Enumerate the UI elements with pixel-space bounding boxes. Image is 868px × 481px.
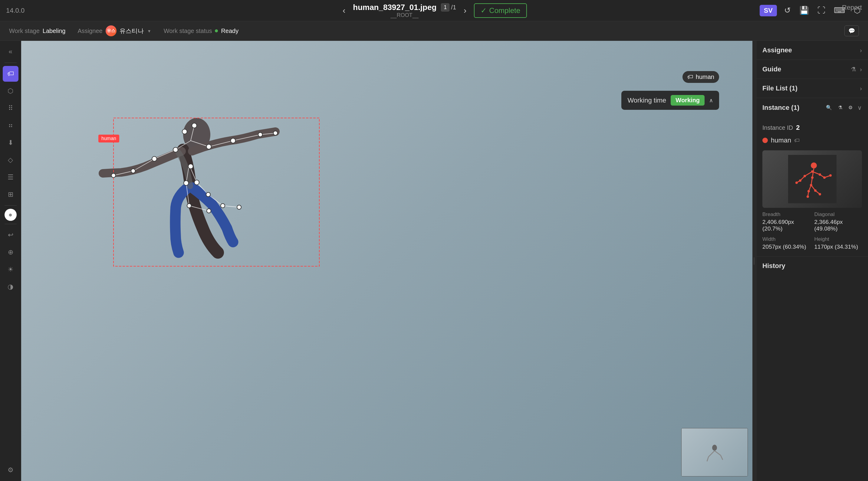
collapse-sidebar-button[interactable]: « (3, 44, 19, 60)
comment-button[interactable]: 💬 (844, 25, 859, 36)
expand-button[interactable]: ⛶ (816, 4, 827, 16)
file-list-header[interactable]: File List (1) › (756, 79, 868, 98)
width-value: 2057px (60.34%) (763, 244, 810, 250)
working-badge: Working (671, 95, 705, 105)
version-label: 14.0.0 (6, 7, 25, 14)
svg-point-33 (207, 209, 211, 213)
save-button[interactable]: 💾 (798, 4, 810, 16)
shape-tool-button[interactable]: ⬡ (3, 83, 19, 99)
work-stage-label: Work stage (9, 28, 40, 34)
svg-point-59 (799, 180, 801, 182)
assignee-item: Assignee 유스 유스티나 ▾ (78, 25, 151, 36)
svg-point-65 (807, 190, 810, 192)
instance-search-button[interactable]: 🔍 (825, 103, 833, 111)
svg-point-22 (152, 156, 157, 161)
diagonal-metric: Diagonal 2,366.46px (49.08%) (814, 212, 862, 232)
toggle-button[interactable]: ● (4, 209, 17, 221)
instance-label-on-image: human (98, 135, 119, 142)
file-list-title: File List (1) (763, 85, 798, 92)
svg-point-26 (112, 173, 116, 178)
svg-point-67 (807, 195, 809, 198)
assignee-header[interactable]: Assignee › (756, 41, 868, 60)
next-button[interactable]: › (462, 4, 468, 17)
instance-settings-button[interactable]: ⚙ (847, 103, 854, 111)
breadth-label: Breadth (763, 212, 810, 218)
refresh-button[interactable]: ↺ (783, 4, 792, 16)
svg-point-25 (258, 132, 262, 137)
canvas-area[interactable]: 🏷 human Working time Working ∧ human (21, 41, 752, 481)
svg-line-38 (715, 451, 721, 455)
assignee-chevron: › (860, 47, 862, 54)
svg-point-35 (237, 205, 241, 209)
mini-preview-inner (682, 428, 748, 476)
avatar-initials: 유스 (107, 28, 115, 34)
annotation-button[interactable]: ☰ (3, 169, 19, 185)
human-tag: 🏷 human (682, 71, 719, 83)
thumb-background (763, 150, 862, 208)
svg-line-37 (709, 451, 715, 457)
svg-point-30 (194, 180, 199, 185)
working-time-panel: Working time Working ∧ (621, 91, 719, 110)
complete-button[interactable]: ✓ Complete (474, 3, 527, 18)
sub-bar-right: 💬 (844, 25, 859, 36)
assignee-header-icons: › (860, 47, 862, 54)
instance-filter-button[interactable]: ⚗ (837, 103, 843, 111)
toolbar-divider-2 (4, 205, 17, 206)
metrics-grid: Breadth 2,406.690px (20.7%) Diagonal 2,3… (763, 212, 862, 250)
height-label: Height (814, 236, 862, 242)
file-info: human_83927_01.jpeg 1 /1 __ROOT__ (353, 3, 456, 19)
assignee-dropdown[interactable]: ▾ (147, 27, 152, 35)
prev-button[interactable]: ‹ (341, 4, 347, 17)
complete-label: Complete (489, 6, 520, 15)
breadth-metric: Breadth 2,406.690px (20.7%) (763, 212, 810, 232)
svg-point-34 (221, 203, 225, 208)
instance-chevron: ∨ (858, 104, 862, 111)
contrast-button[interactable]: ◑ (3, 279, 19, 295)
instance-id-value: 2 (796, 124, 800, 132)
label-tool-button[interactable]: 🏷 (3, 66, 19, 82)
point-tool-button[interactable]: ⠿ (3, 100, 19, 116)
undo-button[interactable]: ↩ (3, 227, 19, 243)
download-button[interactable]: ⬇ (3, 135, 19, 151)
instance-tag-icon: 🏷 (794, 137, 800, 144)
svg-point-58 (819, 173, 821, 176)
brightness-button[interactable]: ☀ (3, 262, 19, 278)
width-label: Width (763, 236, 810, 242)
svg-point-20 (173, 147, 178, 152)
instance-header[interactable]: Instance (1) 🔍 ⚗ ⚙ ∨ (756, 98, 868, 117)
guide-title: Guide (763, 65, 781, 73)
guide-header[interactable]: Guide ⚗ › (756, 60, 868, 79)
work-stage-item: Work stage Labeling (9, 28, 65, 34)
polygon-tool-button[interactable]: ◇ (3, 152, 19, 168)
cluster-tool-button[interactable]: ⠶ (3, 118, 19, 133)
instance-content: Instance ID 2 human 🏷 (756, 117, 868, 256)
zoom-in-button[interactable]: ⊕ (3, 245, 19, 260)
instance-thumbnail (763, 150, 862, 208)
svg-point-18 (192, 123, 197, 128)
width-metric: Width 2057px (60.34%) (763, 236, 810, 250)
svg-point-61 (795, 182, 798, 184)
table-button[interactable]: ⊞ (3, 187, 19, 202)
report-label[interactable]: Report (842, 4, 862, 11)
svg-point-31 (187, 203, 191, 208)
top-bar-center: ‹ human_83927_01.jpeg 1 /1 __ROOT__ › ✓ … (341, 3, 527, 19)
svg-point-28 (188, 164, 193, 169)
check-icon: ✓ (480, 6, 487, 15)
assignee-section: Assignee › (756, 41, 868, 60)
guide-filter-icon: ⚗ (851, 66, 856, 73)
work-stage-value: Labeling (43, 28, 66, 34)
svg-point-23 (230, 138, 236, 143)
top-bar: 14.0.0 ‹ human_83927_01.jpeg 1 /1 __ROOT… (0, 0, 868, 21)
guide-header-icons: ⚗ › (851, 66, 862, 73)
settings-button[interactable]: ⚙ (3, 462, 19, 478)
panel-collapse-divider[interactable] (752, 41, 756, 481)
svg-point-36 (712, 445, 717, 451)
instance-name: human (771, 136, 791, 144)
file-root: __ROOT__ (353, 12, 456, 19)
svg-line-39 (707, 457, 709, 461)
guide-section: Guide ⚗ › (756, 60, 868, 79)
collapse-time-button[interactable]: ∧ (709, 97, 713, 104)
assignee-title: Assignee (763, 46, 792, 54)
breadth-value: 2,406.690px (20.7%) (763, 219, 810, 232)
file-list-header-icons: › (860, 85, 862, 92)
